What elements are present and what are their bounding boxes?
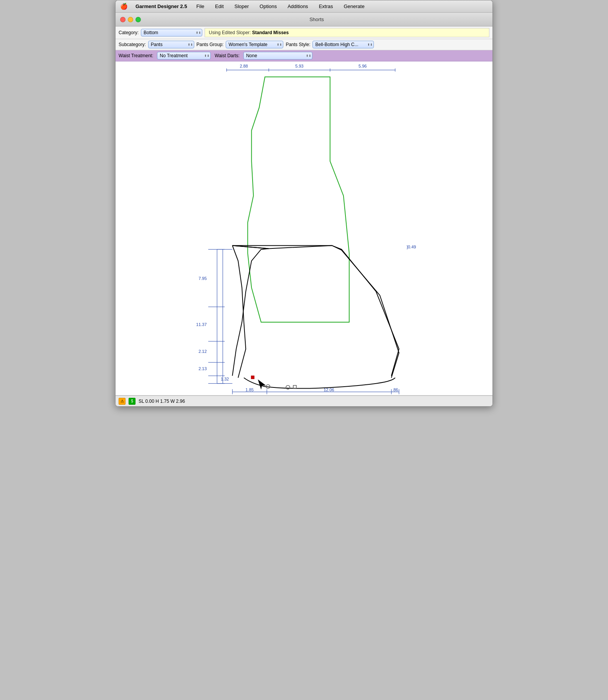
subcategory-row: Subcategory: Pants Pants Group: Women's … xyxy=(116,39,492,50)
waist-treatment-select-wrapper: No Treatment xyxy=(157,52,211,60)
cursor-arrow xyxy=(258,380,266,389)
dim-left-4: 2.13 xyxy=(198,366,207,371)
green-garment-outline xyxy=(248,77,349,322)
waist-treatment-label: Waist Treatment: xyxy=(119,53,153,58)
pants-group-select[interactable]: Women's Template xyxy=(226,41,283,48)
category-label: Category: xyxy=(119,30,139,35)
dim-left-2: 11.37 xyxy=(196,322,207,327)
pants-group-label: Pants Group: xyxy=(197,42,224,47)
menu-extras[interactable]: Extras xyxy=(317,3,335,10)
waist-row: Waist Treatment: No Treatment Waist Dart… xyxy=(116,50,492,61)
waist-darts-label: Waist Darts: xyxy=(215,53,240,58)
category-select-wrapper: Bottom xyxy=(141,29,202,36)
pants-style-label: Pants Style: xyxy=(286,42,310,47)
dim-top-left: 2.88 xyxy=(240,64,248,68)
menu-bar: 🍎 Garment Designer 2.5 File Edit Sloper … xyxy=(116,0,492,13)
dim-top-right: 5.96 xyxy=(359,64,367,68)
subcategory-select[interactable]: Pants xyxy=(148,41,194,48)
main-window: 🍎 Garment Designer 2.5 File Edit Sloper … xyxy=(115,0,493,407)
pants-style-select-wrapper: Bell-Bottom High C... xyxy=(312,41,374,48)
pants-group-select-wrapper: Women's Template xyxy=(226,41,283,48)
close-button[interactable] xyxy=(120,17,126,22)
dim-bottom-mid: 12.06 xyxy=(324,387,334,392)
minimize-button[interactable] xyxy=(128,17,133,22)
traffic-lights xyxy=(120,17,141,22)
menu-sloper[interactable]: Sloper xyxy=(233,3,251,10)
garment-svg: 2.88 5.93 5.96 xyxy=(116,61,492,395)
dim-left-1: 7.95 xyxy=(198,276,207,281)
category-row: Category: Bottom Using Edited Sloper: St… xyxy=(116,26,492,39)
dim-left-5: 1.32 xyxy=(221,377,229,381)
dim-right: ]0.49 xyxy=(406,245,416,249)
control-point-red[interactable] xyxy=(251,376,254,379)
menu-edit[interactable]: Edit xyxy=(213,3,225,10)
apple-icon[interactable]: 🍎 xyxy=(120,3,128,10)
waist-treatment-select[interactable]: No Treatment xyxy=(157,52,211,60)
menu-generate[interactable]: Generate xyxy=(342,3,366,10)
black-outline-top xyxy=(232,245,399,377)
dim-left-3: 2.12 xyxy=(198,349,207,354)
dollar-icon: $ xyxy=(129,398,135,405)
sloper-prefix: Using Edited Sloper: xyxy=(209,30,251,35)
category-select[interactable]: Bottom xyxy=(141,29,202,36)
black-garment-outline xyxy=(232,245,399,376)
waist-darts-select-wrapper: None xyxy=(243,52,312,60)
status-bar: ⚠ $ SL 0.00 H 1.75 W 2.96 xyxy=(116,396,492,406)
window-title: Shorts xyxy=(145,17,488,22)
control-point-circle2[interactable] xyxy=(286,386,290,389)
title-bar: Shorts xyxy=(116,13,492,26)
waist-darts-select[interactable]: None xyxy=(243,52,312,60)
menu-additions[interactable]: Additions xyxy=(286,3,309,10)
maximize-button[interactable] xyxy=(135,17,141,22)
dim-bottom-left: 1.85 xyxy=(246,387,254,392)
app-name: Garment Designer 2.5 xyxy=(135,3,187,9)
pants-style-select[interactable]: Bell-Bottom High C... xyxy=(312,41,374,48)
crotch-curve xyxy=(244,378,395,389)
status-text: SL 0.00 H 1.75 W 2.96 xyxy=(139,399,185,404)
dim-top-mid: 5.93 xyxy=(295,64,303,68)
warning-icon: ⚠ xyxy=(119,398,126,405)
sloper-info: Using Edited Sloper: Standard Misses xyxy=(205,28,489,37)
dim-bottom-right: .86 xyxy=(392,387,398,392)
subcategory-select-wrapper: Pants xyxy=(148,41,194,48)
menu-options[interactable]: Options xyxy=(258,3,278,10)
canvas-area[interactable]: 2.88 5.93 5.96 xyxy=(116,61,492,396)
black-outline-left xyxy=(232,245,246,377)
menu-file[interactable]: File xyxy=(195,3,206,10)
subcategory-label: Subcategory: xyxy=(119,42,146,47)
sloper-value: Standard Misses xyxy=(252,30,289,35)
